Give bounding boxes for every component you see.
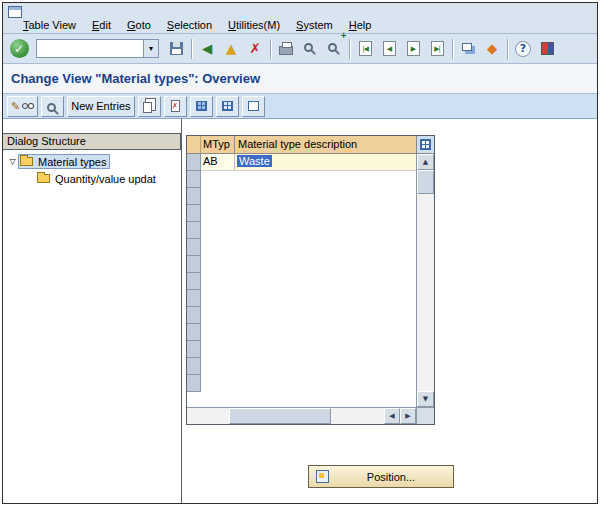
table-grid-icon (420, 139, 431, 150)
display-view-button[interactable] (41, 96, 64, 117)
help-button[interactable]: ? (511, 37, 535, 61)
sap-window: Table View Edit Goto Selection Utilities… (0, 0, 600, 506)
back-button[interactable]: ◀ (195, 37, 219, 61)
new-session-button[interactable] (456, 37, 480, 61)
deselect-all-icon (248, 101, 259, 111)
row-selector[interactable] (187, 273, 201, 290)
scroll-up-button[interactable]: ▲ (417, 154, 434, 170)
next-page-icon: ▶ (407, 41, 420, 56)
standard-toolbar: ✓ ▾ ◀ ▲ ✗ (3, 33, 597, 63)
header-selector-cell (187, 136, 201, 153)
menu-selection[interactable]: Selection (159, 18, 220, 32)
last-page-button[interactable]: ▶| (425, 37, 449, 61)
row-selector[interactable] (187, 290, 201, 307)
row-selector[interactable] (187, 188, 201, 205)
enter-button[interactable]: ✓ (7, 37, 31, 61)
select-block-button[interactable] (216, 96, 239, 117)
vertical-scrollbar[interactable]: ▲ ▼ (416, 154, 434, 407)
create-shortcut-icon: ◆ (487, 41, 497, 56)
scrollbar-corner (416, 408, 434, 424)
menu-goto[interactable]: Goto (119, 18, 159, 32)
pencil-icon: ✎ (11, 100, 20, 113)
table-rows: AB Waste (187, 154, 416, 407)
save-icon (170, 42, 183, 55)
last-page-icon: ▶| (431, 41, 444, 56)
menu-edit[interactable]: Edit (84, 18, 119, 32)
find-button[interactable] (298, 37, 322, 61)
find-next-button[interactable]: + (322, 37, 346, 61)
toolbar-separator (191, 39, 192, 59)
scroll-left-button[interactable]: ◀ (384, 408, 400, 424)
row-selector[interactable] (187, 171, 201, 188)
row-selector[interactable] (187, 239, 201, 256)
new-entries-button[interactable]: New Entries (67, 96, 134, 117)
table-header-row: MTyp Material type description (187, 136, 434, 154)
dialog-structure-header: Dialog Structure (3, 133, 181, 150)
menu-system[interactable]: System (288, 18, 341, 32)
horizontal-scroll-thumb[interactable] (229, 408, 331, 424)
create-shortcut-button[interactable]: ◆ (480, 37, 504, 61)
horizontal-scroll-track[interactable] (187, 408, 384, 424)
folder-icon (37, 174, 50, 183)
row-selector[interactable] (187, 154, 201, 171)
toolbar-separator (270, 39, 271, 59)
previous-page-button[interactable]: ◀ (377, 37, 401, 61)
row-selector[interactable] (187, 324, 201, 341)
vertical-scroll-thumb[interactable] (417, 170, 434, 194)
deselect-all-button[interactable] (242, 96, 265, 117)
row-selector[interactable] (187, 307, 201, 324)
exit-icon: ▲ (226, 41, 236, 56)
menu-bar: Table View Edit Goto Selection Utilities… (3, 3, 597, 33)
selected-text: Waste (237, 155, 272, 167)
copy-as-button[interactable] (138, 96, 161, 117)
row-selector[interactable] (187, 256, 201, 273)
vertical-scroll-track[interactable] (417, 194, 434, 391)
exit-button[interactable]: ▲ (219, 37, 243, 61)
row-selector[interactable] (187, 341, 201, 358)
find-next-icon (328, 43, 337, 52)
customize-layout-icon (541, 42, 554, 55)
save-button[interactable] (164, 37, 188, 61)
cell-mtyp[interactable]: AB (201, 154, 235, 170)
material-types-table: MTyp Material type description AB Waste (186, 135, 435, 425)
tree-expand-icon[interactable]: ▽ (7, 157, 18, 166)
scroll-down-button[interactable]: ▼ (417, 391, 434, 407)
scroll-right-button[interactable]: ▶ (400, 408, 416, 424)
command-field[interactable] (37, 41, 143, 56)
table-row: AB Waste (187, 154, 416, 171)
tree-node-selected[interactable]: Material types (18, 154, 110, 169)
tree-item-quantity-value-update[interactable]: Quantity/value updat (3, 170, 181, 187)
position-button[interactable]: Position... (308, 465, 454, 488)
next-page-button[interactable]: ▶ (401, 37, 425, 61)
horizontal-scrollbar[interactable]: ◀ ▶ (187, 407, 434, 424)
back-icon: ◀ (202, 41, 212, 56)
position-button-label: Position... (336, 471, 446, 483)
row-selector[interactable] (187, 205, 201, 222)
menu-table-view[interactable]: Table View (15, 18, 84, 32)
display-change-toggle-button[interactable]: ✎ (7, 96, 38, 117)
delete-entry-button[interactable]: ✗ (164, 96, 187, 117)
dialog-structure-panel: Dialog Structure ▽ Material types Quanti… (3, 119, 182, 503)
magnifier-icon (47, 103, 56, 112)
main-area: Dialog Structure ▽ Material types Quanti… (3, 119, 597, 503)
cancel-button[interactable]: ✗ (243, 37, 267, 61)
glasses-icon (22, 103, 28, 109)
row-selector[interactable] (187, 222, 201, 239)
tree-node[interactable]: Quantity/value updat (36, 171, 159, 186)
row-selector[interactable] (187, 358, 201, 375)
command-dropdown-icon[interactable]: ▾ (143, 40, 158, 57)
window-frame: Table View Edit Goto Selection Utilities… (2, 2, 598, 504)
previous-page-icon: ◀ (383, 41, 396, 56)
row-selector[interactable] (187, 375, 201, 392)
toolbar-separator (349, 39, 350, 59)
select-all-button[interactable] (190, 96, 213, 117)
table-settings-button[interactable] (416, 136, 434, 153)
customize-layout-button[interactable] (535, 37, 559, 61)
menu-utilities[interactable]: Utilities(M) (220, 18, 288, 32)
dialog-structure-tree: ▽ Material types Quantity/value updat (3, 150, 181, 187)
first-page-icon: |◀ (359, 41, 372, 56)
tree-item-material-types[interactable]: ▽ Material types (3, 153, 181, 170)
print-button[interactable] (274, 37, 298, 61)
cell-description[interactable]: Waste (235, 154, 416, 170)
first-page-button[interactable]: |◀ (353, 37, 377, 61)
